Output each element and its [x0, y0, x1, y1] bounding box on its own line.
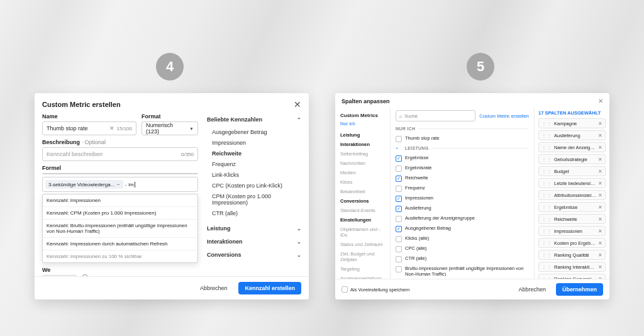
checkbox[interactable] [396, 246, 402, 252]
remove-icon[interactable]: ✕ [598, 240, 602, 246]
checkbox[interactable] [396, 206, 402, 212]
column-checkbox-row[interactable]: Klicks (alle) [396, 233, 529, 244]
close-icon[interactable]: ✕ [598, 98, 603, 104]
checkbox[interactable] [396, 196, 402, 202]
selected-column-chip[interactable]: ⋮⋮Kosten pro Ergebnis✕ [538, 238, 606, 248]
popular-item[interactable]: Ausgegebener Betrag [207, 126, 301, 137]
name-input[interactable]: Thumb stop rate ✕ 15/100 [42, 121, 136, 135]
popular-item[interactable]: Frequenz [207, 159, 301, 169]
checkbox[interactable] [396, 216, 402, 222]
drag-handle-icon[interactable]: ⋮⋮ [541, 204, 552, 210]
popular-item[interactable]: Impressionen [207, 137, 301, 148]
save-preset-checkbox[interactable] [341, 286, 348, 293]
column-checkbox-row[interactable]: CPC (alle) [396, 244, 529, 254]
sidebar-item[interactable]: Leistung [335, 130, 390, 140]
selected-column-chip[interactable]: ⋮⋮Reichweite✕ [538, 214, 606, 224]
format-select[interactable]: Numerisch (123) ▼ [142, 121, 198, 135]
sidebar-item[interactable]: Ziel, Budget und Zeitplan [335, 249, 390, 264]
column-checkbox-row[interactable]: Frequenz [396, 183, 529, 193]
cancel-button[interactable]: Abbrechen [194, 282, 234, 294]
remove-icon[interactable]: ✕ [598, 216, 602, 222]
drag-handle-icon[interactable]: ⋮⋮ [541, 157, 552, 162]
cancel-button[interactable]: Abbrechen [512, 283, 552, 296]
checkbox[interactable] [396, 176, 402, 182]
column-checkbox-row[interactable]: CTR (alle) [396, 254, 529, 264]
selected-column-chip[interactable]: ⋮⋮Name der Anzeigengruppe✕ [538, 142, 606, 152]
selected-column-chip[interactable]: ⋮⋮Ranking Conversion Rate✕ [538, 274, 606, 279]
drag-handle-icon[interactable]: ⋮⋮ [541, 228, 552, 234]
section-conversions[interactable]: Conversions⌄ [207, 249, 301, 262]
checkbox[interactable] [396, 165, 402, 172]
popular-item[interactable]: CPM (Kosten pro 1.000 Impressionen) [207, 191, 301, 208]
suggestion-item[interactable]: Kennzahl: CPM (Kosten pro 1.000 Impressi… [43, 207, 197, 220]
selected-column-chip[interactable]: ⋮⋮Auslieferung✕ [538, 130, 606, 140]
column-checkbox-row[interactable]: Ausgegebener Betrag [396, 223, 529, 233]
checkbox[interactable] [396, 155, 402, 162]
checkbox[interactable] [396, 136, 402, 142]
suggestion-item[interactable]: Kennzahl: Impressionen [43, 194, 197, 207]
drag-handle-icon[interactable]: ⋮⋮ [541, 264, 552, 270]
sidebar-item[interactable]: Seitenbeitrag [335, 149, 390, 159]
remove-icon[interactable]: ✕ [598, 193, 602, 198]
drag-handle-icon[interactable]: ⋮⋮ [541, 145, 552, 150]
popular-item[interactable]: Reichweite [207, 148, 301, 159]
sidebar-item[interactable]: Standard-Events [335, 206, 390, 215]
sidebar-item[interactable]: Targeting [335, 264, 390, 274]
drag-handle-icon[interactable]: ⋮⋮ [541, 193, 552, 198]
selected-column-chip[interactable]: ⋮⋮Budget✕ [538, 166, 606, 176]
column-checkbox-row[interactable]: Brutto-Impressionen (enthält ungültige I… [396, 264, 529, 276]
remove-icon[interactable]: ✕ [598, 145, 602, 150]
sidebar-item[interactable]: Objektnamen und -IDs [335, 225, 390, 240]
selected-column-chip[interactable]: ⋮⋮Ranking Interaktionsrate✕ [538, 262, 606, 272]
remove-icon[interactable]: ✕ [598, 252, 602, 258]
sidebar-item[interactable]: Interaktionen [335, 140, 390, 149]
drag-handle-icon[interactable]: ⋮⋮ [541, 240, 552, 246]
description-input[interactable]: Kennzahl beschreiben 0/350 [42, 147, 198, 161]
remove-icon[interactable]: ✕ [598, 204, 602, 210]
create-metric-button[interactable]: Kennzahl erstellen [238, 282, 301, 294]
column-checkbox-row[interactable]: Ergebnisse [396, 153, 529, 163]
section-popular[interactable]: Beliebte Kennzahlen⌃ [207, 113, 301, 126]
remove-icon[interactable]: ✕ [598, 264, 602, 270]
suggestion-item[interactable]: Kennzahl: Impressionen durch automatisch… [43, 238, 197, 250]
column-checkbox-row[interactable]: Auslieferung der Anzeigengruppe [396, 213, 529, 223]
column-checkbox-row[interactable]: Auslieferung [396, 203, 529, 213]
sidebar-item[interactable]: Medien [335, 168, 390, 177]
drag-handle-icon[interactable]: ⋮⋮ [541, 121, 552, 126]
create-custom-metric-link[interactable]: Custom Metric erstellen [479, 113, 529, 119]
checkbox[interactable] [396, 236, 402, 242]
apply-button[interactable]: Übernehmen [556, 283, 603, 296]
drag-handle-icon[interactable]: ⋮⋮ [541, 181, 552, 186]
selected-column-chip[interactable]: ⋮⋮Gebotsstrategie✕ [538, 154, 606, 164]
sidebar-item[interactable]: Status und Zeitraum [335, 240, 390, 249]
popular-item[interactable]: Link-Klicks [207, 169, 301, 180]
selected-column-chip[interactable]: ⋮⋮Attributionseinstellung✕ [538, 190, 606, 200]
selected-column-chip[interactable]: ⋮⋮Ergebnisse✕ [538, 202, 606, 212]
section-leistung[interactable]: Leistung⌄ [207, 222, 301, 235]
formula-chip[interactable]: 3-sekündige Videowiederga... − [45, 180, 123, 189]
sidebar-item[interactable]: Einstellungen [335, 215, 390, 225]
checkbox[interactable] [396, 266, 402, 272]
column-checkbox-row[interactable]: Ergebnisrate [396, 163, 529, 173]
popular-item[interactable]: CPC (Kosten pro Link-Klick) [207, 180, 301, 191]
drag-handle-icon[interactable]: ⋮⋮ [541, 133, 552, 138]
remove-icon[interactable]: ✕ [598, 169, 602, 174]
selected-column-chip[interactable]: ⋮⋮Ranking Qualität✕ [538, 250, 606, 260]
sidebar-item[interactable]: Conversions [335, 196, 390, 206]
selected-column-chip[interactable]: ⋮⋮Kampagne✕ [538, 118, 606, 128]
formula-input[interactable]: 3-sekündige Videowiederga... − - im [42, 177, 198, 192]
remove-icon[interactable]: ✕ [598, 228, 602, 234]
drag-handle-icon[interactable]: ⋮⋮ [541, 216, 552, 222]
sidebar-item[interactable]: Nachrichten [335, 159, 390, 168]
checkbox[interactable] [396, 186, 402, 192]
checkbox[interactable] [396, 256, 402, 262]
search-input[interactable]: ⌕ Suche [396, 110, 475, 121]
column-checkbox-row[interactable]: Reichweite [396, 173, 529, 183]
suggestion-item[interactable]: Kennzahl: Brutto-Impressionen (enthält u… [43, 220, 197, 238]
selected-column-chip[interactable]: ⋮⋮Letzte bedeutende Änderung✕ [538, 178, 606, 188]
column-checkbox-row[interactable]: Thumb stop rate [396, 133, 529, 143]
sidebar-cm-link[interactable]: Nur ich [335, 120, 390, 130]
drag-handle-icon[interactable]: ⋮⋮ [541, 252, 552, 258]
sidebar-item[interactable]: Klicks [335, 177, 390, 187]
drag-handle-icon[interactable]: ⋮⋮ [541, 169, 552, 174]
